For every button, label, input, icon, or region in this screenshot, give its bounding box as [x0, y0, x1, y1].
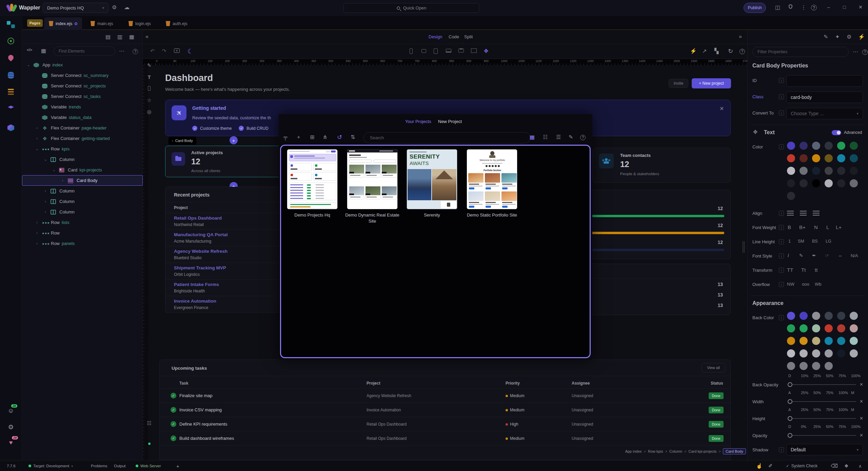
- color-swatch[interactable]: [837, 179, 845, 187]
- color-swatch[interactable]: [825, 154, 833, 162]
- option-tt[interactable]: Tt: [801, 267, 806, 273]
- invite-button[interactable]: Invite: [669, 79, 688, 88]
- close-button[interactable]: ✕: [859, 5, 863, 9]
- tree-item-variable-status-data[interactable]: Variable status_data: [22, 112, 143, 123]
- expander-icon[interactable]: ›: [35, 221, 39, 224]
- breadcrumb-current[interactable]: Card Body: [723, 448, 746, 454]
- option-l[interactable]: L: [826, 224, 829, 230]
- clear-icon[interactable]: ✕: [860, 433, 863, 438]
- scrollbar-handle[interactable]: [743, 241, 745, 253]
- layout-view-icon[interactable]: ▤: [105, 34, 111, 40]
- columns-view-icon[interactable]: ▥: [117, 34, 122, 40]
- task-row[interactable]: ✓ Build dashboard wireframes Retail Ops …: [160, 431, 731, 446]
- project-name-link[interactable]: Invoice Automation: [174, 299, 216, 304]
- color-swatch[interactable]: [850, 337, 858, 345]
- device-preview-icon[interactable]: [145, 84, 154, 93]
- option-b[interactable]: B+: [799, 224, 806, 230]
- info-icon[interactable]: i: [779, 225, 784, 230]
- option-tt[interactable]: TT: [787, 267, 793, 273]
- breadcrumb-item[interactable]: Row kpis: [648, 449, 663, 453]
- slider-knob[interactable]: [788, 399, 792, 404]
- split-view-icon[interactable]: ◫: [775, 5, 780, 10]
- move-resize-icon[interactable]: ✥: [484, 48, 488, 54]
- bug-icon[interactable]: ❖: [844, 460, 849, 471]
- color-swatch[interactable]: [837, 349, 845, 357]
- find-elements-input[interactable]: [54, 46, 115, 56]
- color-swatch[interactable]: [787, 362, 795, 370]
- color-swatch[interactable]: [812, 154, 820, 162]
- expander-icon[interactable]: ›: [43, 189, 48, 193]
- color-swatch[interactable]: [787, 192, 795, 200]
- tree-item-flex-container-getting-started[interactable]: › ✥ Flex Container getting-started: [22, 133, 143, 144]
- target-selector[interactable]: Target: Development ▾: [28, 460, 73, 471]
- tree-item-server-connect-sc-projects[interactable]: Server Connect sc_projects: [22, 81, 143, 91]
- quick-open-button[interactable]: Quick Open: [343, 3, 479, 13]
- color-swatch[interactable]: [837, 324, 845, 332]
- file-tab-index.ejs[interactable]: index.ejs: [44, 17, 82, 30]
- project-selector[interactable]: Demo Projects HQ ▾: [43, 3, 108, 13]
- tree-item-variable-trends[interactable]: Variable trends: [22, 102, 143, 112]
- list-view-icon[interactable]: ☰: [556, 135, 561, 140]
- recent-project-row[interactable]: Shipment Tracking MVP Orbit Logistics: [165, 263, 285, 280]
- recent-project-row[interactable]: Manufacturing QA Portal Acme Manufacturi…: [165, 230, 285, 246]
- clear-icon[interactable]: ✕: [860, 382, 863, 387]
- color-swatch[interactable]: [787, 179, 795, 187]
- color-swatch[interactable]: [812, 324, 820, 332]
- qr-preview-icon[interactable]: ▚: [714, 48, 718, 54]
- expander-icon[interactable]: ›: [60, 179, 65, 182]
- history-icon[interactable]: ↺: [337, 134, 342, 140]
- tree-item-server-connect-sc-summary[interactable]: Server Connect sc_summary: [22, 70, 143, 81]
- color-swatch[interactable]: [800, 349, 808, 357]
- filter-properties-input[interactable]: [752, 47, 849, 57]
- community-heart-icon[interactable]: ♥ 29: [6, 437, 16, 448]
- file-tab-login.ejs[interactable]: login.ejs: [124, 17, 156, 30]
- shadow-select[interactable]: Default ▾: [786, 444, 863, 455]
- minimize-button[interactable]: ‒: [827, 5, 830, 9]
- slider-knob[interactable]: [788, 433, 792, 438]
- edit-pencil-icon[interactable]: ✎: [569, 135, 573, 140]
- tree-item-app-index[interactable]: ⌄ App index: [22, 60, 143, 70]
- font-style-na[interactable]: N/A: [851, 253, 858, 258]
- actions-bolt-icon[interactable]: ⚡: [690, 48, 697, 54]
- color-swatch[interactable]: [812, 167, 820, 175]
- tab-your-projects[interactable]: Your Projects: [405, 119, 431, 124]
- screenshot-camera-icon[interactable]: [174, 48, 180, 53]
- color-swatch[interactable]: [787, 324, 795, 332]
- color-swatch[interactable]: [787, 312, 795, 320]
- color-swatch[interactable]: [850, 167, 858, 175]
- slider-knob[interactable]: [788, 382, 792, 387]
- add-icon[interactable]: +: [297, 135, 300, 140]
- color-swatch[interactable]: [812, 362, 820, 370]
- option-wb[interactable]: Wb: [815, 282, 822, 287]
- web-server-status[interactable]: Web Server: [136, 460, 161, 471]
- dock-settings-gear-icon[interactable]: ⚙: [6, 422, 16, 432]
- color-swatch[interactable]: [800, 167, 808, 175]
- color-swatch[interactable]: [837, 337, 845, 345]
- edit-pencil-icon[interactable]: ✎: [145, 61, 154, 70]
- server-connect-icon[interactable]: [6, 36, 16, 46]
- tree-item-server-connect-sc-tasks[interactable]: Server Connect sc_tasks: [22, 91, 143, 102]
- grid-3x3-view-icon[interactable]: ☷: [543, 135, 548, 140]
- option-ooo[interactable]: ooo: [802, 282, 809, 287]
- color-swatch[interactable]: [787, 349, 795, 357]
- color-swatch[interactable]: [825, 142, 833, 150]
- visibility-eye-icon[interactable]: ◎: [145, 107, 154, 116]
- collapse-up-icon[interactable]: ∧: [859, 460, 862, 471]
- advanced-toggle[interactable]: [832, 130, 841, 135]
- tree-view-icon[interactable]: ╤: [283, 135, 287, 140]
- tree-item-row-lists[interactable]: › ●●● Row lists: [22, 217, 143, 228]
- tab-design[interactable]: Design: [429, 34, 442, 39]
- tree-item-column[interactable]: › Column: [22, 207, 143, 217]
- device-laptop-icon[interactable]: [446, 49, 451, 53]
- color-swatch[interactable]: [837, 154, 845, 162]
- settings-gear-icon[interactable]: ⚙: [112, 5, 117, 10]
- color-swatch[interactable]: [800, 337, 808, 345]
- database-icon[interactable]: [6, 70, 16, 80]
- stack-icon[interactable]: [6, 103, 16, 114]
- hand-icon[interactable]: ☞: [825, 253, 829, 258]
- breadcrumb-item[interactable]: Column: [669, 449, 682, 453]
- tree-item-column[interactable]: › Column: [22, 186, 143, 196]
- breadcrumb-item[interactable]: Card kpi-projects: [688, 449, 716, 453]
- tab-new-project[interactable]: New Project: [438, 119, 462, 124]
- tree-item-row-panels[interactable]: › ●●● Row panels: [22, 238, 143, 249]
